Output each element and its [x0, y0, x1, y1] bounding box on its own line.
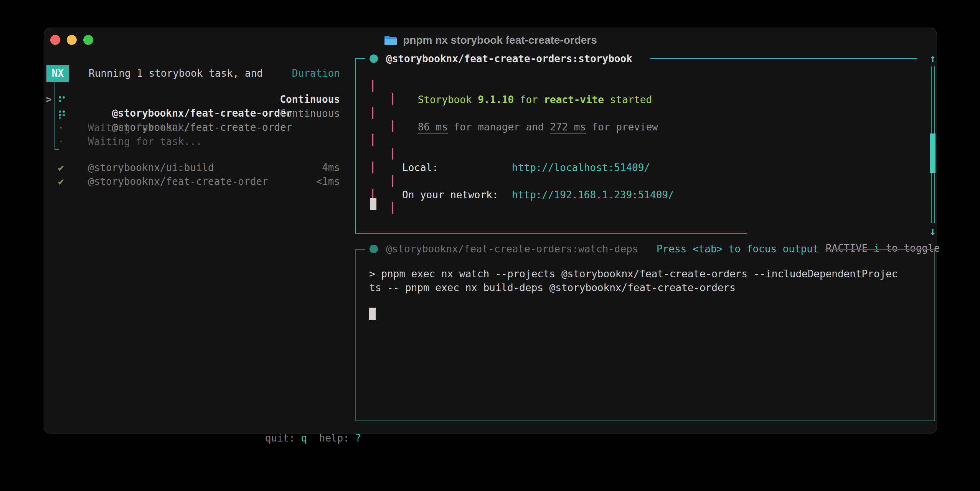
task-guide-foot [54, 149, 59, 150]
scroll-down-icon[interactable]: ↓ [925, 224, 940, 238]
watch-deps-panel-title: @storybooknx/feat-create-orders:watch-de… [386, 242, 638, 256]
check-icon: ✔ [58, 161, 64, 175]
task-status: Continuous [263, 107, 340, 120]
check-icon: ✔ [58, 175, 64, 188]
box-bar [392, 148, 393, 160]
storybook-panel-title: @storybooknx/feat-create-orders:storyboo… [386, 52, 632, 66]
focus-output-hint: Press <tab> to focus output [657, 242, 819, 256]
window-title: pnpm nx storybook feat-create-orders [403, 34, 597, 46]
storybook-version: 9.1.10 [478, 94, 514, 105]
box-bar [372, 161, 373, 173]
terminal-cursor [370, 198, 376, 210]
network-label: On your network: [402, 188, 498, 202]
completed-task-row[interactable]: @storybooknx/ui:build [88, 161, 214, 175]
local-label: Local: [402, 161, 438, 175]
task-row[interactable]: Waiting for task... [88, 135, 202, 148]
task-duration: <1ms [263, 175, 340, 188]
scroll-up-icon[interactable]: ↑ [925, 52, 940, 66]
storybook-panel-border-bottom [355, 233, 747, 234]
storybook-panel-border-left [355, 59, 356, 234]
task-guide-line [54, 82, 55, 150]
box-bar [392, 202, 393, 214]
scrollbar-track[interactable] [931, 66, 935, 133]
task-row[interactable]: @storybooknx/feat-create-order [88, 107, 292, 120]
folder-icon [384, 35, 398, 46]
terminal-window: pnpm nx storybook feat-create-orders NX … [44, 28, 937, 433]
task-status-dot [370, 245, 378, 253]
interactive-mode-hint: NON-INTERACTIVE i to toggle [754, 227, 940, 241]
keyboard-hints: quit: q help: ? [241, 417, 361, 431]
titlebar: pnpm nx storybook feat-create-orders [44, 28, 937, 53]
task-row[interactable]: Waiting for task... [88, 121, 202, 135]
help-key: ? [355, 432, 361, 444]
nx-badge: NX [46, 65, 69, 82]
scrollbar-thumb[interactable] [930, 133, 935, 173]
task-status: Continuous [263, 92, 340, 106]
spinner-icon [58, 96, 66, 105]
task-status-dot [370, 54, 378, 63]
quit-hint-label: quit: [265, 432, 295, 444]
preview-time: 272 ms [550, 121, 586, 133]
box-bar [372, 80, 373, 92]
local-url-link[interactable]: http://localhost:51409/ [512, 161, 650, 175]
storybook-started-line: Storybook 9.1.10 for react-vite started [394, 79, 652, 93]
task-row[interactable]: @storybooknx/feat-create-order [88, 92, 292, 106]
storybook-timing-line: 86 ms for manager and 272 ms for preview [394, 106, 658, 120]
box-bar [392, 175, 393, 187]
selected-task-marker: > [46, 92, 52, 106]
terminal-cursor [369, 308, 376, 320]
storybook-framework: react-vite [544, 94, 604, 105]
command-line: > pnpm exec nx watch --projects @storybo… [369, 267, 898, 281]
task-summary: Running 1 storybook task, and [89, 66, 263, 80]
waiting-bullet-icon: · [58, 135, 64, 148]
task-duration: 4ms [263, 161, 340, 175]
completed-task-row[interactable]: @storybooknx/feat-create-order [88, 175, 268, 188]
manager-time: 86 ms [418, 121, 448, 133]
box-bar [372, 107, 373, 119]
network-url-link[interactable]: http://192.168.1.239:51409/ [512, 188, 674, 202]
quit-key: q [301, 432, 307, 444]
duration-column-header: Duration [263, 66, 340, 80]
box-bar [392, 120, 393, 132]
waiting-bullet-icon: · [58, 121, 64, 135]
spinner-icon [58, 110, 66, 119]
box-bar [392, 93, 393, 105]
box-bar [372, 134, 373, 146]
command-line: ts -- pnpm exec nx build-deps @storybook… [369, 281, 736, 295]
scrollbar-track[interactable] [931, 173, 935, 223]
help-hint-label: help: [319, 432, 349, 444]
